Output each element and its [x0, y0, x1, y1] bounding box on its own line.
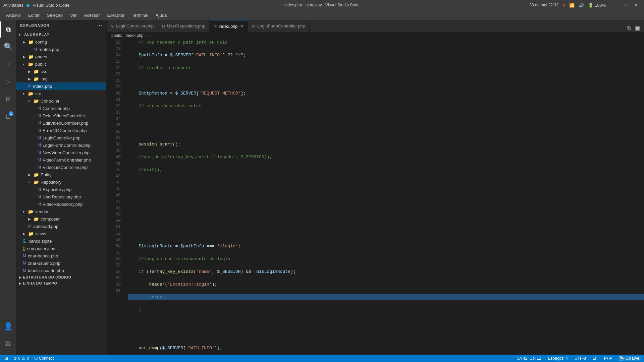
menu-ajuda[interactable]: Ajuda	[152, 11, 170, 19]
sidebar-item-repository[interactable]: ▾ 📂 Repository	[16, 178, 106, 186]
sidebar-item-videoform-controller[interactable]: M VideoFormController.php	[16, 156, 106, 164]
language-mode[interactable]: PHP	[603, 356, 614, 361]
account-activity-icon[interactable]: 👤	[0, 318, 16, 335]
tab-index-php[interactable]: M index.php ✕	[210, 20, 248, 32]
source-control-activity-icon[interactable]: ⑂	[0, 56, 16, 72]
tabs-bar: M LoginController.php M UserRepository.p…	[107, 20, 644, 32]
sidebar-item-repository-php[interactable]: M Repository.php	[16, 186, 106, 193]
vendor-folder-icon: 📂	[28, 209, 34, 214]
breadcrumb-public[interactable]: public	[111, 33, 122, 38]
tab-login-controller-icon: M	[111, 24, 114, 28]
linha-tempo-section[interactable]: ▶ LINHA DO TEMPO	[16, 280, 106, 286]
sidebar-menu-icon[interactable]: ···	[97, 23, 102, 28]
sidebar-item-error404[interactable]: M Error404Controller.php	[16, 127, 106, 134]
line-ending[interactable]: LF	[591, 356, 599, 361]
menu-terminal[interactable]: Terminal	[128, 11, 152, 19]
breadcrumb-index[interactable]: index.php	[126, 33, 143, 38]
sidebar-item-composer-folder[interactable]: ▶ 📁 composer	[16, 215, 106, 223]
sidebar-item-src[interactable]: ▾ 📂 src	[16, 90, 106, 97]
minimize-button[interactable]: ─	[610, 1, 619, 9]
entity-folder-icon: 📁	[34, 172, 39, 177]
layout-icon[interactable]: ▣	[634, 24, 641, 32]
sidebar-item-edit-video[interactable]: M EditVideoController.php	[16, 119, 106, 127]
sidebar-item-criar-banco[interactable]: M criar-banco.php	[16, 252, 106, 259]
sidebar-item-entity[interactable]: ▶ 📁 Entity	[16, 171, 106, 178]
sidebar-item-user-repository[interactable]: M UserRepository.php	[16, 193, 106, 200]
menu-editar[interactable]: Editar	[25, 11, 43, 19]
public-folder-icon: 📂	[28, 62, 34, 67]
sidebar-item-controller-php[interactable]: M Controller.php	[16, 105, 106, 112]
sidebar-item-config[interactable]: ▶ 📁 config	[16, 38, 106, 46]
sidebar-item-img[interactable]: ▶ 📁 img	[16, 75, 106, 82]
public-arrow: ▾	[23, 62, 27, 66]
indentation[interactable]: Espaços: 4	[547, 356, 569, 361]
breadcrumb: public › index.php › ...	[107, 32, 644, 39]
tab-loginform-controller[interactable]: M LoginFormController.php	[248, 20, 310, 32]
close-button[interactable]: ✕	[631, 1, 641, 9]
sidebar-project-root[interactable]: ▾ ALURAPLAY	[16, 31, 106, 38]
sidebar-item-criar-usuario[interactable]: M criar-usuario.php	[16, 259, 106, 267]
status-bar-left: ⊡ ⊘ 0 ⚠ 0 ⬡ Connect	[3, 356, 55, 361]
tab-login-controller[interactable]: M LoginController.php	[107, 20, 158, 32]
entity-arrow: ▶	[28, 173, 32, 177]
remote-status[interactable]: ⊡	[3, 356, 9, 361]
errors-icon: ⊘	[13, 356, 17, 361]
img-label: img	[41, 76, 48, 81]
views-arrow: ▶	[23, 232, 27, 236]
menu-selecao[interactable]: Seleção	[44, 11, 66, 19]
errors-warnings[interactable]: ⊘ 0 ⚠ 0	[12, 356, 30, 361]
user-repository-label: UserRepository.php	[43, 194, 81, 199]
remote-activity-icon[interactable]: ⊡ 1	[0, 109, 16, 125]
tab-user-repository-icon: M	[162, 24, 165, 28]
encoding[interactable]: UTF-8	[573, 356, 587, 361]
breadcrumb-more[interactable]: ...	[147, 33, 151, 38]
menu-executar[interactable]: Executar	[104, 11, 128, 19]
split-editor-icon[interactable]: ⧉	[626, 24, 632, 32]
window-title: index.php - aluraplay - Visual Studio Co…	[284, 3, 360, 7]
edit-video-icon: M	[38, 121, 41, 125]
menu-arquivo[interactable]: Arquivo	[3, 11, 24, 19]
files-activity-icon[interactable]: ⧉	[0, 21, 16, 38]
loginform-controller-icon: M	[38, 143, 41, 147]
css-folder-icon: 📁	[34, 69, 39, 74]
sidebar-item-index-php[interactable]: M index.php	[16, 82, 106, 90]
sidebar-item-delete-video[interactable]: M DeleteVideoController...	[16, 112, 106, 119]
sidebar-item-banco-sqlite[interactable]: 🗄 banco.sqlite	[16, 237, 106, 245]
menu-ver[interactable]: Ver	[67, 11, 80, 19]
sidebar-item-vendor[interactable]: ▾ 📂 vendor	[16, 208, 106, 215]
restore-button[interactable]: □	[621, 1, 630, 9]
sidebar-item-routes[interactable]: M routes.php	[16, 46, 106, 53]
menu-bar: Arquivo Editar Seleção Ver Acessar Execu…	[0, 10, 644, 20]
code-content[interactable]: // vou receber o path info ou nulo $path…	[123, 39, 644, 355]
menu-acessar[interactable]: Acessar	[81, 11, 103, 19]
sidebar-item-videolist-controller[interactable]: M VideoListController.php	[16, 164, 106, 171]
search-activity-icon[interactable]: 🔍	[0, 39, 16, 55]
sidebar-item-tabela-usuario[interactable]: M tabela-usuario.php	[16, 267, 106, 274]
vendor-arrow: ▾	[23, 210, 27, 214]
notification-icon[interactable]: ●	[562, 2, 565, 8]
sidebar-item-css[interactable]: ▶ 📁 css	[16, 68, 106, 75]
sidebar-item-composer-json[interactable]: {} composer.json	[16, 245, 106, 252]
sidebar-item-video-repository[interactable]: M VideoRepository.php	[16, 200, 106, 208]
sidebar-item-pages[interactable]: ▶ 📁 pages	[16, 53, 106, 60]
sidebar-item-controller[interactable]: ▾ 📂 Controller	[16, 97, 106, 105]
connect-button[interactable]: ⬡ Connect	[33, 356, 55, 361]
sidebar-item-public[interactable]: ▾ 📂 public	[16, 60, 106, 68]
sidebar-item-autoload[interactable]: M autoload.php	[16, 223, 106, 230]
tab-index-php-close[interactable]: ✕	[240, 23, 244, 29]
line-ending-label: LF	[593, 356, 597, 361]
settings-activity-icon[interactable]: ⚙	[0, 336, 16, 352]
sidebar-item-newvideo-controller[interactable]: M NewVideoController.php	[16, 149, 106, 156]
estrutura-codigo-section[interactable]: ▶ ESTRUTURA DO CÓDIGO	[16, 274, 106, 280]
sidebar-item-loginform-controller[interactable]: M LoginFormController.php	[16, 141, 106, 149]
cursor-position[interactable]: Ln 42, Col 12	[516, 356, 542, 361]
tab-user-repository[interactable]: M UserRepository.php	[158, 20, 210, 32]
go-live[interactable]: 📡 Go Live	[618, 356, 641, 361]
extensions-activity-icon[interactable]: ⊞	[0, 91, 16, 107]
sidebar-item-login-controller[interactable]: M LoginController.php	[16, 134, 106, 141]
tab-login-controller-label: LoginController.php	[116, 23, 154, 28]
sidebar-item-views[interactable]: ▶ 📁 views	[16, 230, 106, 237]
tab-loginform-label: LoginFormController.php	[257, 23, 305, 28]
debug-activity-icon[interactable]: ▷	[0, 74, 16, 90]
code-editor: 22 23 24 25 26 27 28 29 30 31 32 33 34 3…	[107, 39, 644, 355]
